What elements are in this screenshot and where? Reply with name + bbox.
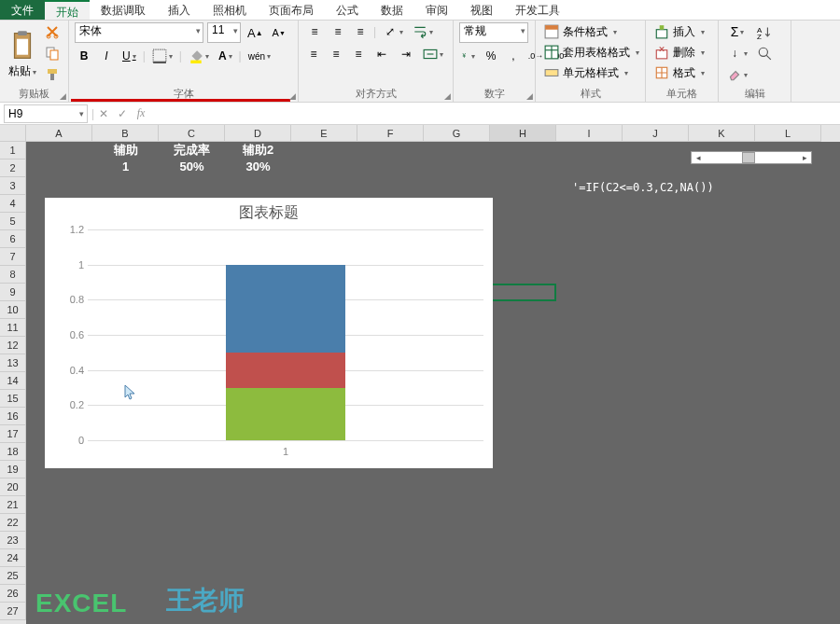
format-cells-button[interactable]: 格式: [651, 63, 715, 82]
dialog-launcher-icon[interactable]: ◢: [526, 91, 533, 101]
scroll-left-icon[interactable]: ◂: [692, 153, 705, 162]
bar-辅助2[interactable]: [226, 388, 344, 441]
chart-plot-area[interactable]: 1 00.20.40.60.811.2: [88, 229, 483, 440]
format-as-table-button[interactable]: 套用表格格式: [541, 43, 644, 62]
row-header-19[interactable]: 19: [0, 461, 26, 478]
row-header-13[interactable]: 13: [0, 354, 26, 372]
cell-D2[interactable]: 30%: [225, 159, 291, 173]
row-header-14[interactable]: 14: [0, 372, 26, 390]
scroll-track[interactable]: [705, 152, 798, 163]
dialog-launcher-icon[interactable]: ◢: [444, 91, 451, 101]
cell-styles-button[interactable]: 单元格样式: [541, 63, 644, 82]
fill-button[interactable]: ↓: [724, 44, 750, 62]
border-button[interactable]: [149, 47, 175, 65]
row-header-22[interactable]: 22: [0, 514, 26, 532]
bar-辅助-完成率[interactable]: [226, 265, 344, 353]
row-header-4[interactable]: 4: [0, 195, 26, 213]
col-header-L[interactable]: L: [755, 125, 821, 142]
decrease-indent-button[interactable]: ⇤: [371, 45, 392, 63]
dialog-launcher-icon[interactable]: ◢: [289, 91, 296, 101]
copy-button[interactable]: [42, 44, 63, 62]
row-header-18[interactable]: 18: [0, 443, 26, 461]
tab-review[interactable]: 审阅: [414, 0, 459, 20]
comma-button[interactable]: ,: [504, 47, 523, 65]
row-header-8[interactable]: 8: [0, 266, 26, 284]
row-header-5[interactable]: 5: [0, 213, 26, 230]
tab-home[interactable]: 开始: [45, 0, 90, 20]
cancel-formula-button[interactable]: ✕: [94, 104, 113, 123]
row-header-20[interactable]: 20: [0, 478, 26, 496]
dialog-launcher-icon[interactable]: ◢: [60, 91, 66, 101]
row-header-7[interactable]: 7: [0, 248, 26, 266]
wrap-text-button[interactable]: [410, 22, 436, 41]
align-middle-button[interactable]: ≡: [329, 22, 347, 41]
fill-color-button[interactable]: [186, 47, 212, 65]
embedded-chart[interactable]: 图表标题 1 00.20.40.60.811.2: [45, 198, 493, 468]
row-header-15[interactable]: 15: [0, 390, 26, 408]
tab-page-layout[interactable]: 页面布局: [258, 0, 325, 20]
row-header-9[interactable]: 9: [0, 284, 26, 301]
tab-formulas[interactable]: 公式: [325, 0, 370, 20]
cell-D1[interactable]: 辅助2: [225, 142, 291, 159]
decrease-font-button[interactable]: A▼: [270, 23, 288, 42]
bar-完成率-辅助2[interactable]: [226, 353, 344, 388]
active-cell-H9[interactable]: [490, 284, 556, 301]
align-center-button[interactable]: ≡: [327, 45, 345, 63]
sort-filter-button[interactable]: AZ: [754, 22, 775, 41]
col-header-I[interactable]: I: [556, 125, 623, 142]
tab-insert[interactable]: 插入: [157, 0, 202, 20]
merge-button[interactable]: [420, 45, 446, 63]
increase-indent-button[interactable]: ⇥: [396, 45, 416, 63]
col-header-F[interactable]: F: [357, 125, 424, 142]
align-bottom-button[interactable]: ≡: [351, 22, 370, 41]
form-scrollbar[interactable]: ◂ ▸: [691, 151, 812, 164]
col-header-C[interactable]: C: [159, 125, 225, 142]
col-header-G[interactable]: G: [424, 125, 490, 142]
orientation-button[interactable]: ⤢: [380, 22, 406, 41]
row-header-2[interactable]: 2: [0, 159, 26, 177]
find-button[interactable]: [754, 44, 775, 62]
row-header-23[interactable]: 23: [0, 532, 26, 549]
row-header-24[interactable]: 24: [0, 549, 26, 567]
cell-C2[interactable]: 50%: [159, 159, 225, 173]
row-header-25[interactable]: 25: [0, 567, 26, 585]
scroll-thumb[interactable]: [742, 152, 755, 163]
tab-view[interactable]: 视图: [459, 0, 504, 20]
col-header-H[interactable]: H: [490, 125, 556, 142]
row-header-10[interactable]: 10: [0, 301, 26, 319]
align-left-button[interactable]: ≡: [304, 45, 323, 63]
align-top-button[interactable]: ≡: [304, 22, 325, 41]
enter-formula-button[interactable]: ✓: [113, 104, 132, 123]
tab-file[interactable]: 文件: [0, 0, 45, 20]
tab-data[interactable]: 数据: [370, 0, 414, 20]
col-header-E[interactable]: E: [291, 125, 357, 142]
formula-input[interactable]: [150, 104, 840, 123]
row-header-6[interactable]: 6: [0, 230, 26, 248]
clear-button[interactable]: [724, 65, 750, 84]
select-all-corner[interactable]: [0, 125, 26, 142]
font-size-select[interactable]: 11: [207, 22, 241, 43]
conditional-format-button[interactable]: 条件格式: [541, 22, 644, 41]
phonetic-button[interactable]: wén: [245, 47, 273, 65]
cell-B1[interactable]: 辅助: [92, 142, 159, 159]
name-box[interactable]: H9: [4, 104, 88, 123]
align-right-button[interactable]: ≡: [349, 45, 368, 63]
col-header-J[interactable]: J: [623, 125, 689, 142]
paste-button[interactable]: 粘贴: [6, 22, 38, 87]
scroll-right-icon[interactable]: ▸: [798, 153, 811, 162]
row-header-26[interactable]: 26: [0, 585, 26, 603]
chart-title[interactable]: 图表标题: [45, 198, 493, 229]
row-header-27[interactable]: 27: [0, 603, 26, 620]
cell-formula-note[interactable]: '=IF(C2<=0.3,C2,NA()): [572, 181, 714, 194]
percent-button[interactable]: %: [482, 47, 500, 65]
row-header-17[interactable]: 17: [0, 425, 26, 443]
worksheet-grid[interactable]: A B C D E F G H I J K L 1234567891011121…: [0, 125, 840, 624]
cell-B2[interactable]: 1: [92, 159, 159, 173]
col-header-K[interactable]: K: [689, 125, 755, 142]
row-header-16[interactable]: 16: [0, 408, 26, 425]
cut-button[interactable]: [42, 22, 63, 41]
row-header-11[interactable]: 11: [0, 319, 26, 337]
insert-cells-button[interactable]: 插入: [651, 22, 715, 41]
col-header-A[interactable]: A: [26, 125, 92, 142]
fx-button[interactable]: fx: [132, 104, 150, 123]
